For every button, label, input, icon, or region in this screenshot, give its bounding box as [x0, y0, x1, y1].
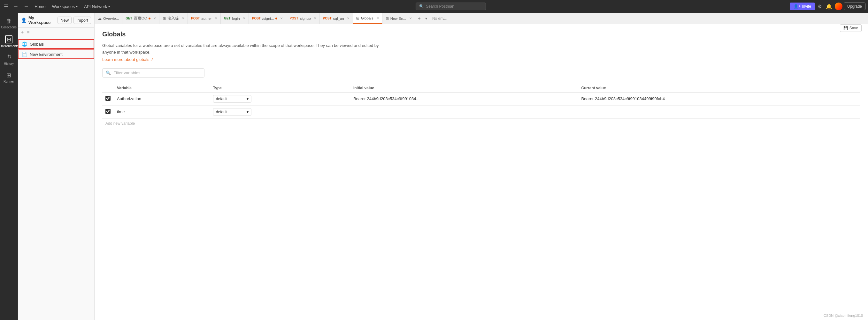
back-icon[interactable]: ←	[12, 2, 20, 10]
app-body: 🗑 Collections ⊟ Environments ⏱ History ⊞…	[0, 13, 868, 320]
tab-new-env[interactable]: ⊟ New En... ✕	[382, 13, 415, 24]
col-type: Type	[210, 84, 350, 93]
tab-signup[interactable]: POST signup ✕	[286, 13, 319, 24]
bell-icon[interactable]: 🔔	[825, 2, 834, 11]
unsaved-dot	[149, 17, 151, 20]
method-label: POST	[323, 16, 332, 20]
type-select[interactable]: default ▾	[213, 95, 251, 103]
row-checkbox[interactable]	[105, 109, 111, 114]
tab-bar: ☁ Overvie... GET 百度OC ✕ ⊞ 输入提 ✕ POST aut…	[95, 13, 868, 24]
sidebar-item-history[interactable]: ⏱ History	[0, 52, 18, 68]
env-item-globals[interactable]: 🌐 Globals	[18, 39, 94, 49]
footer: CSDN @xiaomifeng1010	[824, 314, 863, 317]
row-current-value[interactable]: Bearer 244b9d203c534c9f991034499f99fab4	[578, 92, 860, 105]
row-current-value[interactable]	[578, 105, 860, 118]
learn-more-link[interactable]: Learn more about globals ↗	[102, 57, 154, 62]
tab-close-icon[interactable]: ✕	[182, 16, 184, 20]
method-label: GET	[224, 16, 231, 20]
tab-get-baidu[interactable]: GET 百度OC ✕	[122, 13, 159, 24]
import-button[interactable]: Import	[73, 16, 91, 24]
tab-close-icon[interactable]: ✕	[314, 16, 316, 20]
col-variable: Variable	[114, 84, 210, 93]
menu-icon[interactable]: ☰	[3, 2, 9, 11]
col-initial-value: Initial value	[350, 84, 578, 93]
no-env-label: No env...	[429, 16, 451, 21]
main-content: 💾 Save Globals Global variables for a wo…	[95, 24, 868, 320]
forward-icon[interactable]: →	[22, 2, 30, 10]
api-network-nav[interactable]: API Network ▾	[82, 3, 112, 10]
sidebar-item-collections[interactable]: 🗑 Collections	[0, 15, 18, 32]
sidebar-item-environments[interactable]: ⊟ Environments	[0, 33, 18, 50]
tab-signin[interactable]: POST /signi... ✕	[249, 13, 286, 24]
tab-close-icon[interactable]: ✕	[215, 16, 217, 20]
unsaved-dot	[275, 17, 277, 20]
row-checkbox[interactable]	[105, 96, 111, 101]
table-row: Authorization default ▾ Bearer 244b9d203…	[102, 92, 860, 105]
search-icon: 🔍	[419, 4, 424, 9]
filter-bar[interactable]: 🔍 Filter variables	[102, 68, 205, 77]
row-initial-value[interactable]: Bearer 244b9d203c534c9f991034...	[350, 92, 578, 105]
tab-sqlan[interactable]: POST sql_an ✕	[320, 13, 353, 24]
tab-overview[interactable]: ☁ Overvie...	[95, 13, 122, 24]
method-label: GET	[126, 16, 132, 20]
top-right-icons: 👤+ Invite ⚙ 🔔 Upgrade	[790, 2, 865, 11]
tab-globals[interactable]: ⊟ Globals ✕	[353, 13, 382, 24]
tab-close-icon[interactable]: ✕	[243, 16, 245, 20]
save-icon: 💾	[843, 26, 848, 30]
workspaces-nav[interactable]: Workspaces ▾	[50, 3, 80, 10]
col-check	[102, 84, 114, 93]
tab-close-icon[interactable]: ✕	[376, 16, 379, 20]
type-select[interactable]: default ▾	[213, 108, 251, 116]
add-variable-row[interactable]: Add new variable	[102, 119, 860, 128]
settings-icon[interactable]: ⚙	[816, 2, 823, 11]
overview-icon: ☁	[98, 16, 101, 21]
variables-table: Variable Type Initial value Current valu…	[102, 84, 860, 119]
method-label: POST	[289, 16, 298, 20]
invite-button[interactable]: 👤+ Invite	[790, 3, 815, 10]
save-button[interactable]: 💾 Save	[840, 24, 862, 32]
tab-import[interactable]: ⊞ 输入提 ✕	[159, 13, 188, 24]
new-button[interactable]: New	[58, 16, 71, 24]
row-type: default ▾	[210, 105, 350, 118]
tab-chevron-icon[interactable]: ▾	[423, 16, 429, 21]
icon-sidebar: 🗑 Collections ⊟ Environments ⏱ History ⊞…	[0, 13, 18, 320]
avatar[interactable]	[835, 3, 842, 10]
chevron-down-icon: ▾	[247, 110, 249, 114]
filter-env-button[interactable]: ≡	[26, 29, 30, 35]
environments-icon: ⊟	[5, 35, 12, 43]
globe-icon: 🌐	[22, 41, 27, 46]
sidebar-item-runner[interactable]: ⊞ Runner	[0, 69, 18, 86]
tab-auther[interactable]: POST auther ✕	[188, 13, 221, 24]
sidebar-item-label: Runner	[3, 80, 14, 83]
workspace-icon: 👤	[21, 17, 27, 23]
method-label: POST	[252, 16, 261, 20]
globals-description: Global variables for a workspace are a s…	[102, 42, 390, 56]
env-icon: 📄	[22, 52, 27, 57]
env-item-new-environment[interactable]: 📄 New Environment	[18, 49, 94, 59]
upgrade-button[interactable]: Upgrade	[844, 3, 865, 10]
table-row: time default ▾	[102, 105, 860, 118]
page-title: Globals	[102, 31, 860, 38]
filter-icon: 🔍	[106, 71, 111, 75]
add-env-button[interactable]: +	[21, 29, 24, 35]
row-initial-value[interactable]	[350, 105, 578, 118]
tab-close-icon[interactable]: ✕	[153, 16, 156, 20]
tab-login[interactable]: GET login ✕	[221, 13, 249, 24]
row-checkbox-cell	[102, 105, 114, 118]
external-link-icon: ↗	[150, 57, 154, 62]
row-variable: time	[114, 105, 210, 118]
home-nav[interactable]: Home	[33, 3, 48, 10]
tab-close-icon[interactable]: ✕	[409, 16, 412, 20]
tab-close-icon[interactable]: ✕	[347, 16, 349, 20]
sidebar-section-header: + ≡	[18, 28, 94, 37]
top-nav: ☰ ← → Home Workspaces ▾ API Network ▾ 🔍 …	[0, 0, 868, 13]
tab-add-button[interactable]: +	[415, 15, 423, 22]
search-bar[interactable]: 🔍 Search Postman	[415, 3, 486, 10]
method-label: POST	[191, 16, 200, 20]
row-type: default ▾	[210, 92, 350, 105]
tab-close-icon[interactable]: ✕	[280, 16, 283, 20]
env-tab-icon: ⊟	[385, 16, 389, 21]
row-variable: Authorization	[114, 92, 210, 105]
col-current-value: Current value	[578, 84, 860, 93]
chevron-down-icon: ▾	[247, 97, 249, 101]
